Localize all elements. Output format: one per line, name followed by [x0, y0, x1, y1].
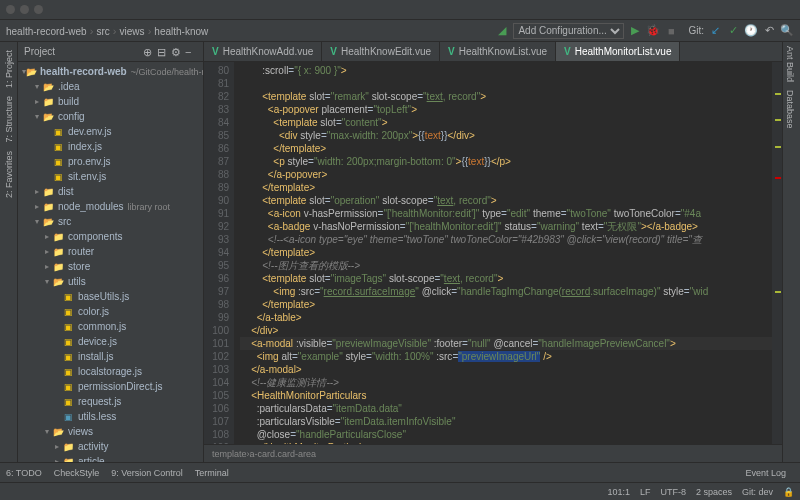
tree-item[interactable]: ▸📁build	[18, 94, 203, 109]
vcs-update-icon[interactable]: ↙	[708, 24, 722, 38]
tree-item[interactable]: ▸📁activity	[18, 439, 203, 454]
error-stripe	[772, 62, 782, 444]
vcs-history-icon[interactable]: 🕐	[744, 24, 758, 38]
editor-tab[interactable]: VHealthMonitorList.vue	[556, 42, 680, 61]
tree-item[interactable]: ▣utils.less	[18, 409, 203, 424]
tree-item[interactable]: ▣dev.env.js	[18, 124, 203, 139]
line-gutter: 8081828384858687888990919293949596979899…	[204, 62, 234, 444]
vcs-revert-icon[interactable]: ↶	[762, 24, 776, 38]
tree-item[interactable]: ▾📂views	[18, 424, 203, 439]
tool-window-tab[interactable]: 7: Structure	[4, 92, 14, 147]
collapse-all-icon[interactable]: ⊟	[157, 46, 169, 58]
bottom-tool[interactable]: CheckStyle	[54, 468, 100, 478]
structure-crumb[interactable]: a-card.card-area	[250, 449, 317, 459]
encoding[interactable]: UTF-8	[660, 487, 686, 497]
tree-item[interactable]: ▾📂src	[18, 214, 203, 229]
tool-window-tab[interactable]: 2: Favorites	[4, 147, 14, 202]
tree-item[interactable]: ▸📁store	[18, 259, 203, 274]
tree-item[interactable]: ▣install.js	[18, 349, 203, 364]
build-icon[interactable]: ◢	[495, 24, 509, 38]
project-tree[interactable]: ▾📂health-record-web~/GitCode/health-reco…	[18, 62, 203, 462]
project-sidebar: Project ⊕ ⊟ ⚙ − ▾📂health-record-web~/Git…	[18, 42, 204, 462]
tree-item[interactable]: ▸📁article	[18, 454, 203, 462]
editor-tabs: VHealthKnowAdd.vueVHealthKnowEdit.vueVHe…	[204, 42, 782, 62]
main-toolbar: health-record-web › src › views › health…	[0, 20, 800, 42]
tree-item[interactable]: ▾📂.idea	[18, 79, 203, 94]
tree-item[interactable]: ▣localstorage.js	[18, 364, 203, 379]
tool-window-tab[interactable]: Database	[783, 86, 797, 133]
breadcrumb-item[interactable]: health-record-web	[6, 26, 87, 37]
tree-item[interactable]: ▣common.js	[18, 319, 203, 334]
tree-item[interactable]: ▾📂utils	[18, 274, 203, 289]
status-bar-2: 101:1 LF UTF-8 2 spaces Git: dev 🔒	[0, 482, 800, 500]
search-icon[interactable]: 🔍	[780, 24, 794, 38]
run-config-select[interactable]: Add Configuration...	[513, 23, 624, 39]
tree-item[interactable]: ▸📁dist	[18, 184, 203, 199]
bottom-tool[interactable]: 9: Version Control	[111, 468, 183, 478]
tree-item[interactable]: ▸📁components	[18, 229, 203, 244]
tree-item[interactable]: ▣color.js	[18, 304, 203, 319]
tree-item[interactable]: ▣baseUtils.js	[18, 289, 203, 304]
tree-item[interactable]: ▣pro.env.js	[18, 154, 203, 169]
status-bar: 6: TODOCheckStyle9: Version ControlTermi…	[0, 462, 800, 482]
tree-item[interactable]: ▣index.js	[18, 139, 203, 154]
bottom-tool[interactable]: 6: TODO	[6, 468, 42, 478]
tree-item[interactable]: ▣sit.env.js	[18, 169, 203, 184]
lock-icon[interactable]: 🔒	[783, 487, 794, 497]
debug-icon[interactable]: 🐞	[646, 24, 660, 38]
tree-item[interactable]: ▾📂config	[18, 109, 203, 124]
event-log[interactable]: Event Log	[745, 468, 786, 478]
breadcrumb-item[interactable]: health-know	[154, 26, 208, 37]
scroll-from-source-icon[interactable]: ⊕	[143, 46, 155, 58]
hide-icon[interactable]: −	[185, 46, 197, 58]
bottom-tool[interactable]: Terminal	[195, 468, 229, 478]
tree-item[interactable]: ▣permissionDirect.js	[18, 379, 203, 394]
breadcrumb-item[interactable]: src	[96, 26, 109, 37]
tree-item[interactable]: ▸📁router	[18, 244, 203, 259]
vcs-commit-icon[interactable]: ✓	[726, 24, 740, 38]
git-label: Git:	[688, 25, 704, 36]
indent[interactable]: 2 spaces	[696, 487, 732, 497]
right-tool-strip: Ant BuildDatabase	[782, 42, 800, 462]
editor-area: VHealthKnowAdd.vueVHealthKnowEdit.vueVHe…	[204, 42, 782, 462]
gear-icon[interactable]: ⚙	[171, 46, 183, 58]
tool-window-tab[interactable]: Ant Build	[783, 42, 797, 86]
caret-pos: 101:1	[607, 487, 630, 497]
tree-item[interactable]: ▣device.js	[18, 334, 203, 349]
tree-item[interactable]: ▣request.js	[18, 394, 203, 409]
editor-tab[interactable]: VHealthKnowEdit.vue	[322, 42, 440, 61]
tree-item[interactable]: ▸📁node_moduleslibrary root	[18, 199, 203, 214]
line-sep[interactable]: LF	[640, 487, 651, 497]
breadcrumb-bar[interactable]: template › a-card.card-area	[204, 444, 782, 462]
breadcrumb-item[interactable]: views	[120, 26, 145, 37]
stop-icon[interactable]: ■	[664, 24, 678, 38]
editor-tab[interactable]: VHealthKnowList.vue	[440, 42, 556, 61]
structure-crumb[interactable]: template	[212, 449, 247, 459]
left-tool-strip: 1: Project7: Structure2: Favorites	[0, 42, 18, 462]
project-title: Project	[24, 46, 141, 57]
run-icon[interactable]: ▶	[628, 24, 642, 38]
tree-root[interactable]: ▾📂health-record-web~/GitCode/health-reco…	[18, 64, 203, 79]
editor-tab[interactable]: VHealthKnowAdd.vue	[204, 42, 322, 61]
tool-window-tab[interactable]: 1: Project	[4, 46, 14, 92]
code-lines[interactable]: :scroll="{ x: 900 }"> <template slot="re…	[234, 62, 772, 444]
titlebar	[0, 0, 800, 20]
git-branch[interactable]: Git: dev	[742, 487, 773, 497]
